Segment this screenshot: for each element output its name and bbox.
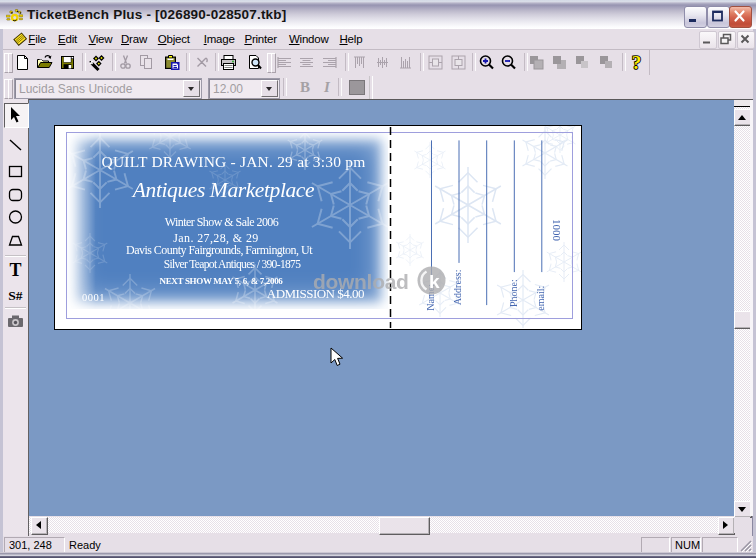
svg-text:T: T bbox=[9, 260, 21, 280]
svg-text:k: k bbox=[429, 271, 440, 292]
svg-text:?: ? bbox=[632, 54, 642, 71]
svg-text:email:: email: bbox=[535, 286, 546, 311]
svg-text:S#: S# bbox=[8, 288, 23, 303]
svg-text:1000: 1000 bbox=[551, 219, 563, 242]
svg-text:Phone:: Phone: bbox=[508, 279, 519, 307]
